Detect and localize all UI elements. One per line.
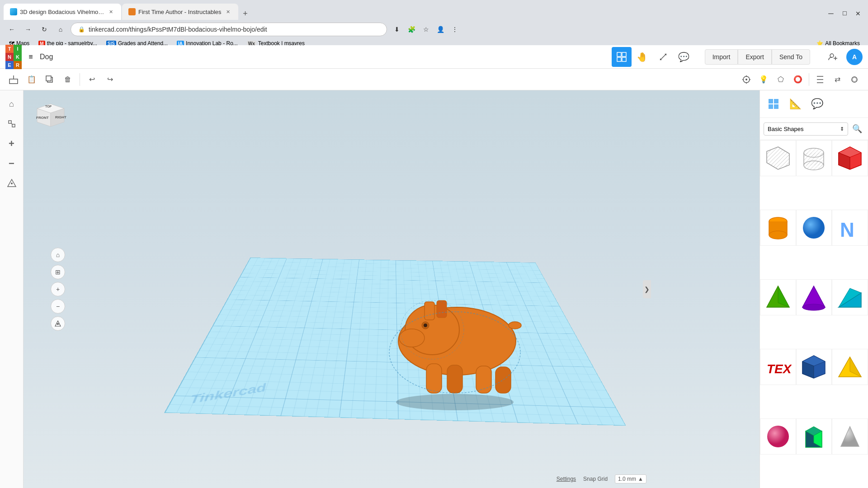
ruler-panel-icon[interactable]: 📐 (785, 94, 805, 114)
shapes-panel-icon[interactable] (764, 94, 783, 114)
svg-rect-3 (622, 57, 626, 61)
shape-cylinder-hole[interactable] (796, 140, 832, 176)
transform-button[interactable] (653, 47, 673, 67)
import-export-bar: Import Export Send To (705, 49, 810, 65)
send-to-button[interactable]: Send To (772, 49, 810, 65)
mirror-button[interactable]: ⇄ (829, 71, 845, 88)
grid-view-button[interactable] (612, 47, 632, 67)
close-window-button[interactable]: ✕ (852, 7, 864, 20)
hand-tool-button[interactable]: 🤚 (632, 47, 652, 67)
home-nav-button[interactable]: ⌂ (4, 96, 20, 112)
notes-panel-icon[interactable]: 💬 (807, 94, 827, 114)
user-avatar[interactable]: A (846, 49, 863, 65)
import-button[interactable]: Import (705, 49, 738, 65)
fit-view-button[interactable] (4, 116, 20, 132)
main-toolbar: 📋 🗑 ↩ ↪ 💡 ⬠ ⭕ ⇄ (0, 69, 868, 90)
viewport[interactable]: Tinkercad (24, 90, 760, 488)
panel-collapse-arrow[interactable]: ❯ (643, 280, 651, 298)
align-button[interactable] (812, 71, 828, 88)
zoom-out-viewport-button[interactable]: − (51, 299, 65, 314)
minimize-button[interactable]: ─ (825, 7, 837, 20)
shape-cone-gray[interactable] (832, 418, 868, 455)
export-button[interactable]: Export (738, 49, 771, 65)
tab-1-close[interactable]: ✕ (107, 8, 115, 16)
svg-text:FRONT: FRONT (36, 116, 49, 120)
shapes-category-label: Basic Shapes (768, 126, 804, 132)
tinkercad-app: T I N K E R ≡ Dog 🤚 💬 Import Export Send… (0, 45, 868, 488)
view-home-button[interactable] (738, 71, 755, 88)
svg-point-27 (11, 183, 13, 184)
shape-cone-purple[interactable] (796, 279, 832, 315)
new-tab-button[interactable]: + (239, 7, 252, 20)
main-area: ⌂ + − (0, 90, 868, 488)
zoom-in-viewport-button[interactable]: + (51, 282, 65, 296)
shape-pyramid-green[interactable] (760, 279, 796, 315)
back-button[interactable]: ← (5, 23, 18, 36)
hole-button[interactable]: ⭕ (790, 71, 806, 88)
left-sidebar: ⌂ + − (0, 90, 24, 488)
paste-button[interactable]: 📋 (24, 71, 40, 88)
svg-rect-53 (769, 99, 773, 103)
shape-sphere-blue[interactable] (796, 210, 832, 246)
fit-selection-button[interactable]: ⊞ (51, 265, 65, 279)
user-plus-icon[interactable] (823, 47, 843, 67)
svg-rect-56 (774, 104, 778, 109)
shape-n[interactable]: N (832, 210, 868, 246)
forward-button[interactable]: → (22, 23, 34, 36)
snap-grid-label: Snap Grid (583, 476, 608, 482)
tab-1-title: 3D design Bodacious Vihelmo-B... (20, 9, 104, 15)
workplane-button[interactable] (5, 71, 22, 88)
tab-1[interactable]: 3D design Bodacious Vihelmo-B... ✕ (4, 4, 121, 20)
extension-icon[interactable]: 🧩 (405, 23, 418, 36)
svg-line-26 (11, 123, 12, 124)
zoom-out-button[interactable]: − (4, 155, 20, 172)
notes-button[interactable]: 💬 (674, 47, 694, 67)
settings-dots-icon[interactable]: ⋮ (448, 23, 461, 36)
shapes-search-icon[interactable]: 🔍 (850, 122, 864, 136)
tab-2-close[interactable]: ✕ (224, 8, 232, 16)
shape-box-hole[interactable] (760, 140, 796, 176)
svg-marker-91 (841, 427, 859, 446)
svg-point-35 (424, 324, 427, 327)
download-icon[interactable]: ⬇ (391, 23, 403, 36)
redo-button[interactable]: ↪ (102, 71, 118, 88)
logo-t: T (5, 45, 14, 53)
shape-button[interactable]: ⬠ (773, 71, 789, 88)
shape-sphere-pink[interactable] (760, 418, 796, 455)
view-angle-button[interactable] (4, 175, 20, 192)
shape-cube-navy[interactable] (796, 349, 832, 385)
group-button[interactable] (846, 71, 863, 88)
fit-all-button[interactable]: ⌂ (51, 248, 65, 262)
undo-button[interactable]: ↩ (84, 71, 100, 88)
zoom-in-button[interactable]: + (4, 136, 20, 152)
tab-2[interactable]: First Time Author - Instructables ✕ (122, 4, 238, 20)
duplicate-button[interactable] (42, 71, 58, 88)
svg-text:TEXT: TEXT (767, 362, 792, 376)
refresh-button[interactable]: ↻ (38, 23, 51, 36)
maximize-button[interactable]: ☐ (838, 7, 851, 20)
shape-box-navy2[interactable] (796, 418, 832, 455)
light-button[interactable]: 💡 (755, 71, 772, 88)
settings-label[interactable]: Settings (557, 476, 576, 482)
svg-point-7 (830, 54, 834, 57)
shape-text-red[interactable]: TEXT (760, 349, 796, 385)
shape-box-red[interactable] (832, 140, 868, 176)
delete-button[interactable]: 🗑 (60, 71, 76, 88)
dog-model[interactable] (362, 267, 552, 411)
shape-pyramid-yellow[interactable] (832, 349, 868, 385)
home-button[interactable]: ⌂ (54, 23, 67, 36)
svg-rect-0 (617, 52, 621, 56)
menu-icon[interactable]: ≡ (25, 52, 36, 62)
logo-n: N (5, 53, 14, 61)
shapes-category-dropdown[interactable]: Basic Shapes ⇕ (764, 122, 848, 136)
view-perspective-button[interactable] (51, 316, 65, 331)
address-bar[interactable]: 🔒 tinkercad.com/things/kPssPtM7dBl-bodac… (71, 23, 387, 36)
snap-grid-selector[interactable]: 1.0 mm ▲ (615, 474, 646, 483)
view-mode-buttons: 🤚 💬 (612, 47, 694, 67)
shape-cylinder-orange[interactable] (760, 210, 796, 246)
profile-icon[interactable]: 👤 (434, 23, 447, 36)
shape-wedge-teal[interactable] (832, 279, 868, 315)
orientation-cube[interactable]: FRONT RIGHT TOP (33, 99, 69, 136)
favorite-icon[interactable]: ☆ (420, 23, 432, 36)
svg-rect-39 (426, 364, 442, 393)
